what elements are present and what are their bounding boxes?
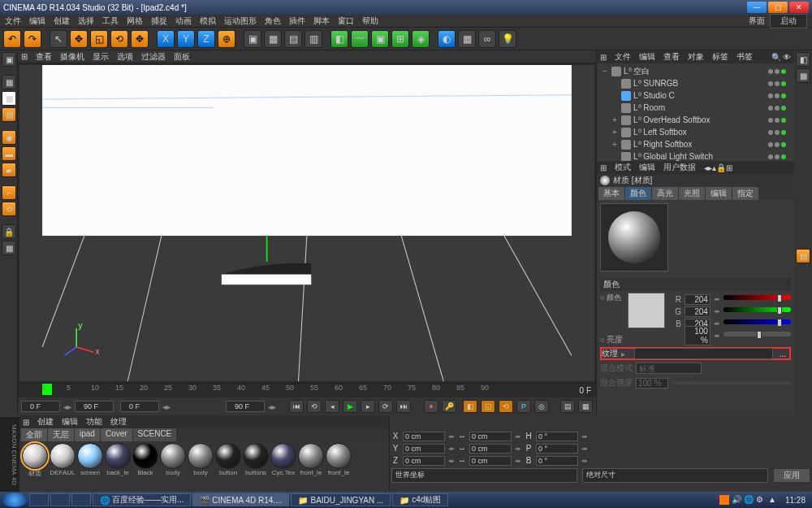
texture-arrow-icon[interactable]: ▸ — [621, 350, 631, 358]
tweak-mode[interactable]: ⟲ — [2, 202, 16, 216]
minimize-button[interactable]: — — [747, 2, 767, 13]
perspective-viewport[interactable]: x y — [19, 65, 594, 381]
r-slider[interactable] — [723, 295, 791, 303]
texture-mode[interactable]: ▩ — [2, 91, 16, 106]
x-size[interactable]: 0 cm — [469, 432, 512, 441]
material-item[interactable]: body — [159, 443, 187, 490]
layer-cover[interactable]: Cover — [101, 428, 132, 441]
material-item[interactable]: body — [187, 443, 214, 490]
nurbs[interactable]: ▣ — [371, 30, 389, 48]
search-icon[interactable]: 🔍 — [771, 53, 781, 62]
z-pos[interactable]: 0 cm — [403, 456, 445, 466]
mat-tab-edit[interactable]: 编辑 — [62, 416, 78, 428]
maximize-button[interactable]: ▢ — [768, 2, 788, 13]
array[interactable]: ⊞ — [391, 30, 409, 48]
tray-icon[interactable]: ⚙ — [756, 495, 766, 505]
r-value[interactable]: 204 — [685, 294, 710, 305]
tree-item[interactable]: L⁰ Global Light Switch — [598, 150, 793, 161]
b-slider[interactable] — [723, 319, 791, 328]
task-pin-1[interactable] — [29, 493, 49, 506]
h-rot[interactable]: 0 ° — [536, 432, 578, 441]
task-pin-3[interactable] — [71, 493, 91, 506]
menu-mesh[interactable]: 网格 — [127, 15, 143, 27]
end-frame-2[interactable]: 90 F — [226, 401, 265, 412]
menu-mograph[interactable]: 运动图形 — [224, 15, 257, 27]
material-item[interactable]: DEFAUL — [49, 443, 76, 490]
material-strip[interactable]: 材质DEFAULscreenback_leBlackbodybodybutton… — [19, 441, 389, 492]
light-tool[interactable]: ∞ — [478, 30, 496, 48]
vp-tab-options[interactable]: 选项 — [117, 51, 133, 63]
task-baidu[interactable]: 🌐百度经验——实用... — [93, 493, 191, 506]
last-tool[interactable]: ✥ — [131, 30, 149, 48]
rt-3[interactable]: ▤ — [796, 249, 810, 263]
menu-edit[interactable]: 编辑 — [29, 15, 45, 27]
point-mode[interactable]: ◉ — [2, 130, 16, 145]
key-pos[interactable]: ◧ — [463, 400, 477, 413]
rt-2[interactable]: ▦ — [796, 68, 810, 83]
poly-mode[interactable]: ▰ — [2, 163, 16, 177]
b-rot[interactable]: 0 ° — [536, 456, 578, 466]
prev-key[interactable]: ⟲ — [307, 400, 322, 413]
z-size[interactable]: 0 cm — [469, 456, 512, 466]
material-item[interactable]: button — [214, 443, 242, 490]
scale-tool[interactable]: ◱ — [90, 30, 108, 48]
tree-item[interactable]: L⁰ Room — [598, 102, 793, 114]
menu-file[interactable]: 文件 — [5, 15, 21, 27]
brightness-value[interactable]: 100 % — [685, 326, 710, 345]
mat-tab-create[interactable]: 创建 — [37, 416, 54, 428]
material-item[interactable]: buttons — [242, 443, 270, 490]
obj-tab-objects[interactable]: 对象 — [688, 51, 704, 63]
mixstrength-slider[interactable] — [672, 381, 791, 384]
rotate-tool[interactable]: ⟲ — [110, 30, 128, 48]
menu-animate[interactable]: 动画 — [175, 15, 192, 27]
layer-scene[interactable]: SCENCE — [133, 428, 177, 441]
autokey[interactable]: 🔑 — [442, 400, 456, 413]
next-frame[interactable]: ▸ — [361, 400, 375, 413]
material-item[interactable]: front_le — [297, 443, 325, 490]
layer-none[interactable]: 无层 — [48, 428, 74, 441]
lock-icon[interactable]: 🔒 — [716, 163, 726, 172]
workplane-toggle[interactable]: ▦ — [2, 241, 16, 255]
coord-world[interactable]: 世界坐标 — [391, 468, 577, 483]
edge-mode[interactable]: ▬ — [2, 146, 16, 161]
axis-x[interactable]: X — [157, 30, 175, 48]
obj-tab-bookmarks[interactable]: 书签 — [736, 51, 753, 63]
mixstrength-value[interactable]: 100 % — [636, 378, 668, 389]
material-preview[interactable] — [600, 203, 668, 271]
tray-icon[interactable]: 🔊 — [732, 495, 741, 505]
render-view[interactable]: ▣ — [244, 30, 261, 48]
taskbar-clock[interactable]: 11:28 — [780, 496, 810, 505]
tree-item[interactable]: −L⁰ 空白 — [598, 65, 793, 77]
object-tree[interactable]: −L⁰ 空白L⁰ SUNRGBL⁰ Studio CL⁰ Room+L⁰ Ove… — [597, 63, 794, 161]
current-frame[interactable]: 0 F — [120, 401, 159, 412]
vp-tab-camera[interactable]: 摄像机 — [60, 51, 84, 63]
select-tool[interactable]: ↖ — [50, 30, 67, 48]
task-folder2[interactable]: 📁c4d贴图 — [392, 493, 448, 506]
tray-icon[interactable]: ▲ — [768, 495, 778, 505]
picture-viewer[interactable]: ▥ — [304, 30, 322, 48]
material-item[interactable]: Cyc.Tex — [270, 443, 297, 490]
x-pos[interactable]: 0 cm — [403, 432, 445, 441]
menu-help[interactable]: 帮助 — [362, 15, 378, 27]
subtab-assign[interactable]: 指定 — [732, 187, 758, 200]
subtab-illum[interactable]: 光照 — [679, 187, 705, 200]
subtab-color[interactable]: 颜色 — [625, 187, 651, 200]
tree-item[interactable]: L⁰ Studio C — [598, 89, 793, 102]
start-button[interactable] — [2, 493, 28, 507]
layer-all[interactable]: 全部 — [21, 428, 47, 441]
end-frame[interactable]: 90 F — [75, 401, 114, 412]
cube-primitive[interactable]: ◧ — [330, 30, 348, 48]
tree-item[interactable]: +L⁰ Left Softbox — [598, 126, 793, 138]
obj-tab-file[interactable]: 文件 — [615, 51, 631, 63]
play-button[interactable]: ▶ — [343, 400, 357, 413]
dopesheet[interactable]: ▦ — [578, 400, 593, 413]
p-rot[interactable]: 0 ° — [536, 444, 578, 454]
obj-tab-tags[interactable]: 标签 — [712, 51, 728, 63]
material-item[interactable]: front_le — [325, 443, 352, 490]
subtab-editor[interactable]: 编辑 — [706, 187, 732, 200]
goto-start[interactable]: ⏮ — [289, 400, 304, 413]
brightness-slider[interactable] — [723, 332, 791, 340]
env-tool[interactable]: ◐ — [438, 30, 456, 48]
axis-mode[interactable]: ⌐ — [2, 185, 16, 200]
obj-tab-edit[interactable]: 编辑 — [639, 51, 655, 63]
